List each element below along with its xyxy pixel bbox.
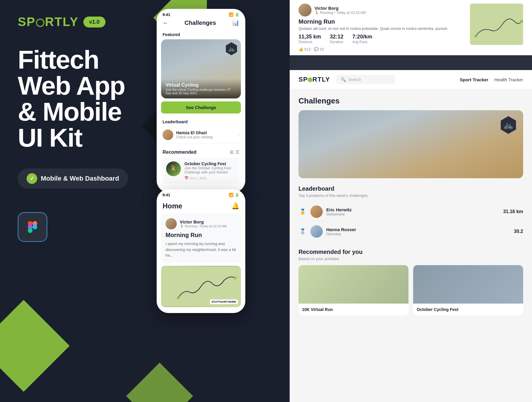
strip-stat-distance: 11,35 km Distance bbox=[299, 34, 321, 44]
web-rec-sub: Based on your activities bbox=[299, 257, 523, 261]
web-search[interactable]: 🔍 Search bbox=[336, 75, 395, 84]
web-rec-card-title-2: October Cycling Fest bbox=[417, 307, 520, 312]
strip-name: Victor Borg bbox=[314, 6, 366, 11]
lb-avatar-2 bbox=[310, 225, 323, 238]
chevron-right-icon: › bbox=[238, 132, 239, 137]
strip-stats: 11,35 km Distance 32:12 Duration 7:20/km… bbox=[299, 34, 464, 44]
web-rec-card-title-1: 10K Virtual Run bbox=[302, 307, 405, 312]
lb-km-1: 31.16 km bbox=[503, 209, 523, 214]
svg-point-4 bbox=[28, 228, 33, 233]
right-panel: Victor Borg 🏃 Running • Today at 10:10 A… bbox=[290, 0, 532, 402]
strip-activity-desc: Quidam alii sunt, et non est in nostra p… bbox=[299, 26, 464, 31]
web-main: Challenges 🚲 Leaderboard Top 3 positions… bbox=[290, 89, 532, 402]
phone2-icons: 📶 🔋 bbox=[229, 193, 239, 197]
search-icon: 🔍 bbox=[341, 77, 346, 82]
like-icon: 👍 bbox=[299, 47, 303, 51]
lb-name-1: Eric Herwitz bbox=[326, 207, 352, 212]
web-rec-card-1[interactable]: 10K Virtual Run bbox=[299, 265, 408, 315]
web-lb-row-2: 🥈 Hanna Rosser Germany 30.2 bbox=[299, 222, 523, 241]
web-rec-card-body-2: October Cycling Fest bbox=[413, 304, 523, 315]
bell-icon[interactable]: 🔔 bbox=[231, 202, 239, 210]
strip-meta: 🏃 Running • Today at 10:10 AM bbox=[314, 11, 366, 15]
svg-point-9 bbox=[474, 35, 477, 38]
web-rec-img-2 bbox=[413, 265, 523, 304]
nav-health-tracker[interactable]: Health Tracker bbox=[494, 77, 523, 82]
web-recommended: Recommended for you Based on your activi… bbox=[299, 249, 523, 315]
lb-avatar-1 bbox=[310, 205, 323, 218]
logo-area: SPRTLY v1.0 bbox=[18, 15, 189, 29]
top-strip: Victor Borg 🏃 Running • Today at 10:10 A… bbox=[290, 0, 532, 55]
svg-rect-8 bbox=[470, 4, 523, 45]
map-label: STUTTGART-NORD bbox=[210, 299, 238, 304]
medal-gold: 🥇 bbox=[299, 208, 307, 216]
view-icons: ⊞ ☰ bbox=[230, 149, 239, 155]
green-shape-bottom-left bbox=[0, 300, 70, 392]
dark-separator bbox=[290, 55, 532, 70]
svg-point-7 bbox=[234, 276, 237, 279]
strip-avatar bbox=[299, 4, 312, 17]
subtitle-text: Mobile & Web Dashboard bbox=[41, 175, 119, 182]
challenges-section-title: Challenges bbox=[299, 96, 523, 106]
lb-km-2: 30.2 bbox=[514, 229, 523, 234]
strip-likes: 👍 612 bbox=[299, 47, 311, 51]
grid-icon[interactable]: ⊞ bbox=[230, 149, 233, 155]
web-lb-sub: Top 3 positions of this week's challenge… bbox=[299, 193, 523, 198]
logo-text: SPRTLY bbox=[18, 15, 79, 29]
strip-stat-pace: 7:20/km Avg Pace bbox=[352, 34, 372, 44]
web-rec-title: Recommended for you bbox=[299, 249, 523, 255]
strip-comments: 💬 10 bbox=[314, 47, 324, 51]
figma-icon bbox=[18, 212, 47, 242]
list-icon[interactable]: ☰ bbox=[235, 149, 239, 155]
nav-sport-tracker[interactable]: Sport Tracker bbox=[460, 77, 489, 82]
headline: Fittech Web App & Mobile UI Kit bbox=[18, 47, 189, 151]
strip-map bbox=[470, 4, 523, 45]
web-rec-img-1 bbox=[299, 265, 408, 304]
phone-icons: 📶 🔋 bbox=[229, 12, 239, 17]
strip-actions: 👍 612 💬 10 bbox=[299, 47, 464, 51]
version-badge: v1.0 bbox=[83, 17, 106, 27]
web-rec-card-2[interactable]: October Cycling Fest bbox=[413, 265, 523, 315]
web-lb-row-1: 🥇 Eric Herwitz Switzerland 31.16 km bbox=[299, 202, 523, 222]
web-leaderboard: Leaderboard Top 3 positions of this week… bbox=[299, 185, 523, 241]
lb-country-2: Germany bbox=[326, 232, 356, 236]
strip-activity-title: Morning Run bbox=[299, 18, 464, 25]
lb-country-1: Switzerland bbox=[326, 212, 352, 216]
challenges-hero: 🚲 bbox=[299, 110, 523, 178]
strip-stat-duration: 32:12 Duration bbox=[330, 34, 343, 44]
search-placeholder: Search bbox=[348, 77, 361, 82]
svg-point-10 bbox=[520, 20, 523, 23]
svg-point-3 bbox=[33, 225, 37, 229]
svg-point-6 bbox=[177, 296, 180, 299]
web-rec-grid: 10K Virtual Run October Cycling Fest bbox=[299, 265, 523, 315]
web-lb-title: Leaderboard bbox=[299, 185, 523, 192]
chart-icon[interactable]: 📊 bbox=[232, 19, 239, 26]
web-rec-card-body-1: 10K Virtual Run bbox=[299, 304, 408, 315]
medal-silver: 🥈 bbox=[299, 227, 307, 236]
check-icon: ✓ bbox=[27, 173, 37, 184]
lb-name-2: Hanna Rosser bbox=[326, 227, 356, 232]
web-nav: SPRTLY 🔍 Search Sport Tracker Health Tra… bbox=[290, 70, 532, 89]
subtitle-badge: ✓ Mobile & Web Dashboard bbox=[18, 168, 128, 189]
map-preview: STUTTGART-NORD bbox=[161, 266, 241, 307]
web-logo: SPRTLY bbox=[299, 76, 330, 83]
comment-icon: 💬 bbox=[314, 47, 319, 51]
figma-icon-wrapper bbox=[18, 212, 189, 242]
